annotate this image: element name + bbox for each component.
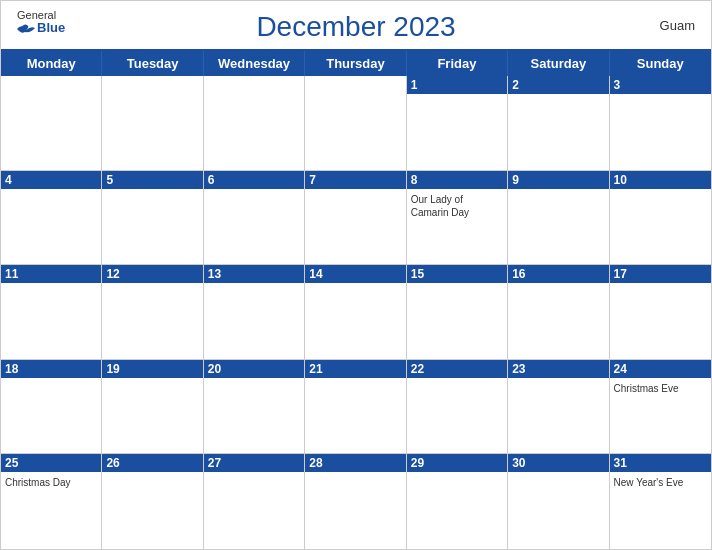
cell-day-number: 8 (407, 171, 507, 189)
cell-day-number: 4 (1, 171, 101, 189)
calendar-header: General Blue December 2023 Guam (1, 1, 711, 49)
calendar-cell: 13 (204, 265, 305, 359)
cell-day-number: 31 (610, 454, 711, 472)
calendar-cell: 31New Year's Eve (610, 454, 711, 549)
cell-event: Christmas Eve (614, 382, 707, 395)
cell-day-number: 19 (102, 360, 202, 378)
day-header-friday: Friday (407, 51, 508, 76)
calendar-cell: 4 (1, 171, 102, 265)
cell-day-number: 18 (1, 360, 101, 378)
calendar-cell: 16 (508, 265, 609, 359)
cell-day-number (204, 76, 304, 94)
cell-day-number: 12 (102, 265, 202, 283)
calendar-week-4: 18192021222324Christmas Eve (1, 360, 711, 455)
calendar-cell: 22 (407, 360, 508, 454)
calendar-week-3: 11121314151617 (1, 265, 711, 360)
calendar-cell: 17 (610, 265, 711, 359)
calendar-cell: 30 (508, 454, 609, 549)
calendar-cell: 8Our Lady of Camarin Day (407, 171, 508, 265)
day-header-tuesday: Tuesday (102, 51, 203, 76)
cell-day-number: 14 (305, 265, 405, 283)
calendar-cell: 7 (305, 171, 406, 265)
calendar-title: December 2023 (256, 11, 455, 43)
cell-day-number: 13 (204, 265, 304, 283)
cell-day-number (1, 76, 101, 94)
cell-day-number: 29 (407, 454, 507, 472)
cell-day-number: 30 (508, 454, 608, 472)
calendar-week-5: 25Christmas Day262728293031New Year's Ev… (1, 454, 711, 549)
cell-event: Our Lady of Camarin Day (411, 193, 503, 219)
region-label: Guam (660, 18, 695, 33)
logo-blue-text: Blue (17, 21, 65, 35)
calendar-cell (102, 76, 203, 170)
calendar-cell: 9 (508, 171, 609, 265)
calendar-cell: 14 (305, 265, 406, 359)
cell-day-number: 27 (204, 454, 304, 472)
calendar-grid: Monday Tuesday Wednesday Thursday Friday… (1, 49, 711, 549)
cell-day-number: 15 (407, 265, 507, 283)
calendar-cell: 5 (102, 171, 203, 265)
cell-day-number: 5 (102, 171, 202, 189)
cell-day-number: 28 (305, 454, 405, 472)
logo: General Blue (17, 9, 65, 35)
calendar-cell: 24Christmas Eve (610, 360, 711, 454)
calendar-cell: 27 (204, 454, 305, 549)
calendar-cell: 23 (508, 360, 609, 454)
calendar-cell: 6 (204, 171, 305, 265)
cell-day-number: 3 (610, 76, 711, 94)
calendar-cell: 29 (407, 454, 508, 549)
calendar-cell: 21 (305, 360, 406, 454)
cell-day-number: 25 (1, 454, 101, 472)
cell-day-number: 1 (407, 76, 507, 94)
calendar-cell: 3 (610, 76, 711, 170)
cell-day-number: 2 (508, 76, 608, 94)
cell-day-number: 22 (407, 360, 507, 378)
calendar-body: 12345678Our Lady of Camarin Day910111213… (1, 76, 711, 549)
day-headers-row: Monday Tuesday Wednesday Thursday Friday… (1, 51, 711, 76)
cell-event: Christmas Day (5, 476, 97, 489)
calendar-cell: 11 (1, 265, 102, 359)
logo-bird-icon (17, 21, 35, 35)
day-header-saturday: Saturday (508, 51, 609, 76)
cell-day-number (102, 76, 202, 94)
cell-day-number: 24 (610, 360, 711, 378)
cell-day-number (305, 76, 405, 94)
calendar-cell (305, 76, 406, 170)
calendar-cell: 2 (508, 76, 609, 170)
day-header-wednesday: Wednesday (204, 51, 305, 76)
cell-day-number: 21 (305, 360, 405, 378)
calendar-week-1: 123 (1, 76, 711, 171)
calendar-cell: 28 (305, 454, 406, 549)
cell-day-number: 10 (610, 171, 711, 189)
cell-day-number: 11 (1, 265, 101, 283)
calendar-cell: 1 (407, 76, 508, 170)
calendar-cell: 12 (102, 265, 203, 359)
cell-day-number: 16 (508, 265, 608, 283)
calendar-cell: 25Christmas Day (1, 454, 102, 549)
calendar-cell (1, 76, 102, 170)
cell-day-number: 26 (102, 454, 202, 472)
calendar-page: General Blue December 2023 Guam Monday T… (0, 0, 712, 550)
cell-day-number: 7 (305, 171, 405, 189)
day-header-monday: Monday (1, 51, 102, 76)
cell-day-number: 17 (610, 265, 711, 283)
calendar-cell: 15 (407, 265, 508, 359)
calendar-cell: 26 (102, 454, 203, 549)
cell-day-number: 6 (204, 171, 304, 189)
calendar-cell (204, 76, 305, 170)
calendar-cell: 20 (204, 360, 305, 454)
day-header-thursday: Thursday (305, 51, 406, 76)
day-header-sunday: Sunday (610, 51, 711, 76)
cell-day-number: 9 (508, 171, 608, 189)
calendar-week-2: 45678Our Lady of Camarin Day910 (1, 171, 711, 266)
calendar-cell: 10 (610, 171, 711, 265)
calendar-cell: 18 (1, 360, 102, 454)
calendar-cell: 19 (102, 360, 203, 454)
cell-event: New Year's Eve (614, 476, 707, 489)
cell-day-number: 20 (204, 360, 304, 378)
cell-day-number: 23 (508, 360, 608, 378)
